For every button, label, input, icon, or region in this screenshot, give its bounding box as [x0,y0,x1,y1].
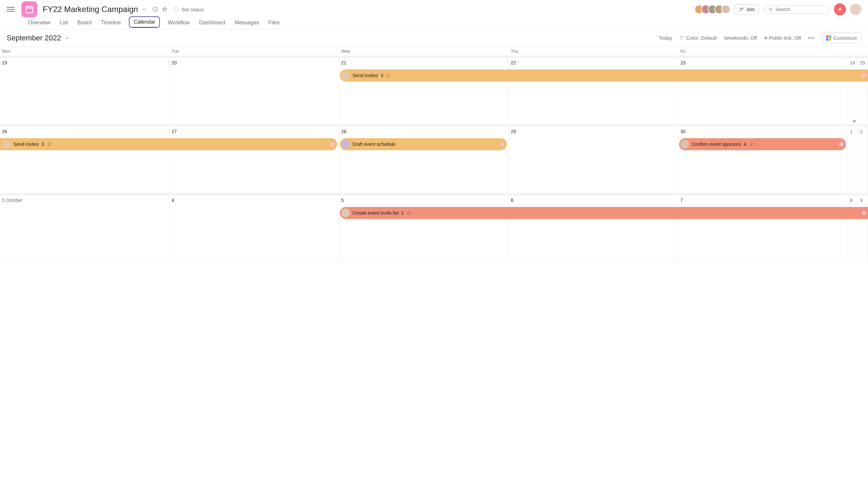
cell-date: 7 [680,198,846,203]
calendar-cell[interactable]: 7 [678,196,848,262]
calendar-cell[interactable]: 30 [678,127,848,194]
cell-date: 1 [850,129,856,134]
day-header: Wed [339,47,509,56]
assignee-avatar [680,140,689,149]
public-link-toggle[interactable]: Public link: Off [765,35,801,41]
tab-calendar[interactable]: Calendar [129,17,160,28]
task-bar[interactable]: Send invites3 [340,69,868,82]
customize-label: Customize [833,35,857,41]
task-label: Send invites [13,141,39,147]
set-status-button[interactable]: Set status [174,7,204,12]
member-avatars[interactable] [694,5,731,14]
calendar-cell[interactable]: 28 [339,127,509,194]
tab-messages[interactable]: Messages [234,20,260,29]
cell-date: 6 [511,198,676,203]
cell-date: 3 October [2,198,167,203]
tab-dashboard[interactable]: Dashboard [198,20,227,29]
cell-date: 30 [680,129,846,134]
dot-icon [765,37,767,39]
project-chip [862,211,866,215]
star-icon[interactable] [160,5,169,14]
project-menu-chevron[interactable] [141,6,147,13]
task-label: Create event invite list [352,210,399,216]
tab-overview[interactable]: Overview [27,20,52,29]
search-icon [768,7,773,12]
cell-date: 23 [680,60,846,65]
join-button[interactable]: Join [735,4,759,14]
task-bar[interactable]: Create event invite list1 [340,207,868,219]
day-header: Tue [169,47,339,56]
calendar-cell[interactable]: 21 [339,58,509,125]
tab-list[interactable]: List [58,20,69,29]
calendar-cell[interactable]: 4 [169,196,339,262]
day-header: Mon [0,47,169,56]
cell-date: 8 [850,198,856,203]
project-icon[interactable] [21,1,37,18]
task-bar[interactable]: Confirm event sponsors4 [679,138,846,150]
day-header: Thu [509,47,678,56]
customize-button[interactable]: Customize [822,33,861,43]
task-bar[interactable]: Draft event schedule [340,138,507,150]
subtask-icon [47,141,52,147]
search-input[interactable] [776,7,825,12]
calendar-cell[interactable]: 5 [339,196,509,262]
assignee-avatar [341,208,350,217]
month-title: September 2022 [7,34,61,42]
cell-date: 28 [341,129,506,134]
calendar-cell[interactable]: 29 [509,127,678,194]
current-user-avatar[interactable] [850,4,861,15]
calendar-cell[interactable]: 24 [848,58,858,125]
calendar-cell[interactable]: 25 [858,58,868,125]
svg-rect-0 [26,7,33,13]
menu-icon[interactable] [7,5,15,13]
tab-files[interactable]: Files [267,20,281,29]
weekends-toggle[interactable]: Weekends: Off [724,35,757,41]
calendar-cell[interactable]: 2 [858,127,868,194]
task-bar[interactable]: Send invites3 [0,138,337,150]
tabs: OverviewListBoardTimelineCalendarWorkflo… [0,16,868,29]
task-label: Draft event schedule [352,141,395,147]
task-label: Confirm event sponsors [692,141,741,147]
calendar-cell[interactable]: 27 [169,127,339,194]
tab-workflow[interactable]: Workflow [166,20,191,29]
search-box[interactable] [763,5,830,14]
cell-date: 20 [172,60,337,65]
assignee-avatar [341,140,350,149]
calendar-cell[interactable]: 3 October [0,196,169,262]
header-right: Join [694,3,861,15]
calendar-cell[interactable]: 9 [858,196,868,262]
project-title: FY22 Marketing Campaign [43,5,138,14]
calendar-toolbar: September 2022 Today Color: Default Week… [0,29,868,47]
cell-date: 9 [860,198,866,203]
calendar-cell[interactable]: 26 [0,127,169,194]
more-menu-icon[interactable] [808,37,814,39]
calendar-row: 262728293012Send invites3Draft event sch… [0,125,868,194]
calendar-cell[interactable]: 22 [509,58,678,125]
month-picker-chevron[interactable] [64,35,70,41]
color-label: Color: Default [686,35,717,41]
calendar-cell[interactable]: 19 [0,58,169,125]
calendar-day-headers: MonTueWedThuFri [0,47,868,56]
tab-timeline[interactable]: Timeline [99,20,122,29]
info-icon[interactable] [151,5,160,14]
tab-board[interactable]: Board [76,20,93,29]
calendar-cell[interactable]: 6 [509,196,678,262]
assignee-avatar [2,140,11,149]
calendar-cell[interactable]: 23 [678,58,848,125]
assignee-avatar [341,71,350,80]
cell-date: 25 [860,60,866,65]
status-circle-icon [174,7,179,12]
calendar-cell[interactable]: 20 [169,58,339,125]
calendar-cell[interactable]: 1 [848,127,858,194]
calendar-cell[interactable]: 8 [848,196,858,262]
join-label: Join [746,7,755,12]
subtask-count: 1 [401,210,404,216]
add-button[interactable] [834,3,846,15]
color-filter[interactable]: Color: Default [679,35,717,41]
cell-date: 26 [2,129,167,134]
header: FY22 Marketing Campaign Set status Join [0,0,868,16]
today-button[interactable]: Today [659,35,672,41]
member-avatar[interactable] [721,5,731,14]
cell-date: 2 [860,129,866,134]
project-chip [331,142,335,146]
